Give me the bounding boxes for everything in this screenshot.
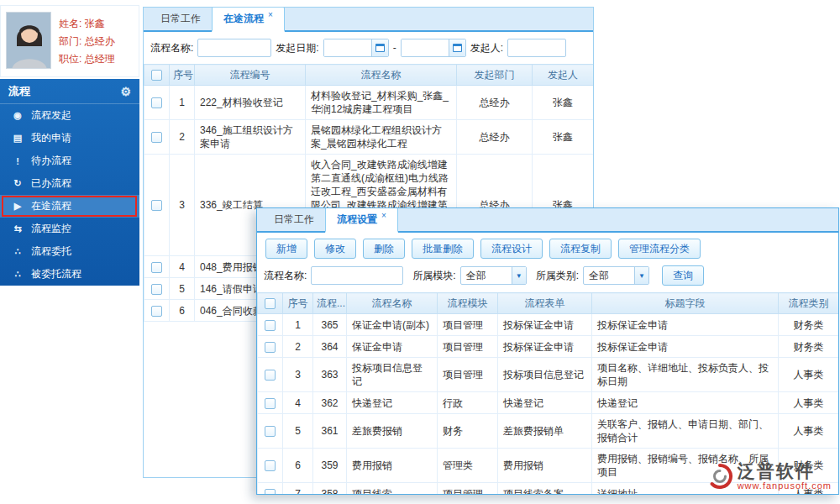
sidebar-item[interactable]: ▶ 在途流程 xyxy=(0,195,139,218)
category-label: 所属类别: xyxy=(536,269,579,283)
tab-daily-work[interactable]: 日常工作 xyxy=(150,8,212,30)
initiator-label: 发起人: xyxy=(470,41,503,55)
alert-icon: ! xyxy=(11,156,24,166)
toolbar-button[interactable]: 流程复制 xyxy=(549,239,612,259)
process-name-input[interactable] xyxy=(311,266,403,285)
avatar-photo-icon xyxy=(7,13,51,69)
select-all-checkbox[interactable] xyxy=(151,70,162,81)
sidebar-item[interactable]: ◉ 流程发起 xyxy=(0,104,139,127)
cell-module: 财务 xyxy=(438,414,498,449)
row-checkbox[interactable] xyxy=(151,262,162,273)
close-tab-icon[interactable]: × xyxy=(381,211,386,220)
tab-bar: 日常工作 流程设置× xyxy=(257,208,838,233)
row-checkbox[interactable] xyxy=(151,97,162,108)
cell-category: 人事类 xyxy=(779,392,839,414)
column-header-process-name: 流程名称 xyxy=(306,65,457,86)
toolbar-button[interactable]: 新增 xyxy=(265,239,307,259)
calendar-icon[interactable] xyxy=(449,39,465,56)
table-row[interactable]: 4 362 快递登记 行政 快递登记 快递登记 人事类 xyxy=(258,392,839,414)
toolbar-button[interactable]: 修改 xyxy=(314,239,356,259)
watermark-url: www.fanpusoft.com xyxy=(738,480,832,491)
row-checkbox[interactable] xyxy=(265,398,276,409)
search-button[interactable]: 查询 xyxy=(662,265,704,286)
start-date-label: 发起日期: xyxy=(276,41,318,55)
vendor-watermark: 泛普软件 www.fanpusoft.com xyxy=(706,462,832,491)
cell-category: 财务类 xyxy=(779,336,839,358)
date-from-input[interactable] xyxy=(324,39,371,56)
document-icon: ▤ xyxy=(11,133,24,144)
cell-form: 投标保证金申请 xyxy=(498,336,592,358)
row-checkbox[interactable] xyxy=(265,320,276,331)
process-name-input[interactable] xyxy=(197,39,271,57)
sidebar-item[interactable]: ! 待办流程 xyxy=(0,150,139,172)
row-checkbox[interactable] xyxy=(265,426,276,437)
cell-no: 1 xyxy=(283,314,313,336)
date-to-field xyxy=(401,39,466,57)
table-row[interactable]: 1 222_材料验收登记 材料验收登记_材料采购_张鑫_华润12城房建工程项目 … xyxy=(144,86,594,120)
table-row[interactable]: 1 365 保证金申请(副本) 项目管理 投标保证金申请 投标保证金申请 财务类 xyxy=(258,314,839,336)
cell-no: 7 xyxy=(283,483,313,496)
cell-form: 费用报销 xyxy=(498,449,592,483)
row-checkbox[interactable] xyxy=(151,200,162,211)
table-row[interactable]: 2 346_施工组织设计方案申请 晨铭园林绿化工程组织设计方案_晨铭园林绿化工程… xyxy=(144,120,594,155)
sidebar-item[interactable]: ▤ 我的申请 xyxy=(0,127,139,150)
column-header-department: 发起部门 xyxy=(457,65,533,86)
sidebar-header: 流程 ⚙ xyxy=(0,79,139,104)
sidebar-item[interactable]: ↻ 已办流程 xyxy=(0,172,139,195)
toolbar: 新增 修改 删除 批量删除 流程设计 流程复制 管理流程分类 xyxy=(257,233,838,264)
sidebar-item-label: 我的申请 xyxy=(31,131,71,145)
gear-icon[interactable]: ⚙ xyxy=(120,85,131,98)
cell-form: 投标项目信息登记 xyxy=(498,358,592,392)
sidebar-item[interactable]: ∴ 被委托流程 xyxy=(0,263,139,286)
table-row[interactable]: 5 361 差旅费报销 财务 差旅费报销单 关联客户、报销人、申请日期、部门、报… xyxy=(258,414,839,449)
chevron-down-icon: ▼ xyxy=(512,267,526,284)
column-header-title-field: 标题字段 xyxy=(592,293,779,314)
date-to-input[interactable] xyxy=(402,39,449,56)
tab-daily-work[interactable]: 日常工作 xyxy=(263,208,325,231)
date-separator: - xyxy=(393,42,396,54)
sidebar-item-label: 被委托流程 xyxy=(31,267,81,281)
cell-initiator: 张鑫 xyxy=(533,86,594,120)
row-checkbox[interactable] xyxy=(151,132,162,143)
row-checkbox[interactable] xyxy=(151,306,162,317)
column-header-no: 序号 xyxy=(283,293,313,314)
initiator-input[interactable] xyxy=(507,39,566,57)
table-row[interactable]: 3 363 投标项目信息登记 项目管理 投标项目信息登记 项目名称、详细地址、投… xyxy=(258,358,839,392)
table-row[interactable]: 2 364 保证金申请 项目管理 投标保证金申请 投标保证金申请 财务类 xyxy=(258,336,839,358)
row-checkbox[interactable] xyxy=(265,370,276,381)
tab-process-settings[interactable]: 流程设置× xyxy=(325,207,398,233)
avatar xyxy=(6,12,51,69)
sidebar-item[interactable]: ∴ 流程委托 xyxy=(0,240,139,263)
column-header-no: 序号 xyxy=(170,65,195,86)
row-checkbox[interactable] xyxy=(265,342,276,353)
row-checkbox[interactable] xyxy=(265,460,276,471)
close-tab-icon[interactable]: × xyxy=(268,10,273,19)
cell-process-code: 365 xyxy=(313,314,347,336)
row-checkbox[interactable] xyxy=(151,284,162,295)
profile-department: 部门: 总经办 xyxy=(59,33,115,50)
toolbar-button[interactable]: 管理流程分类 xyxy=(618,239,701,259)
row-checkbox[interactable] xyxy=(265,489,276,495)
cell-title-field: 关联客户、报销人、申请日期、部门、报销合计 xyxy=(592,414,779,449)
user-profile-card: 姓名: 张鑫 部门: 总经办 职位: 总经理 xyxy=(0,5,139,77)
toolbar-button[interactable]: 批量删除 xyxy=(412,239,474,259)
module-select[interactable]: 全部 ▼ xyxy=(460,266,527,285)
sidebar-item[interactable]: ⇆ 流程监控 xyxy=(0,218,139,240)
sidebar-title: 流程 xyxy=(8,84,30,99)
category-select[interactable]: 全部 ▼ xyxy=(583,266,649,285)
cell-module: 行政 xyxy=(438,392,498,414)
module-select-value: 全部 xyxy=(461,269,512,283)
tab-in-transit[interactable]: 在途流程× xyxy=(212,7,285,32)
toolbar-button[interactable]: 流程设计 xyxy=(480,239,543,259)
cell-process-name: 保证金申请(副本) xyxy=(347,314,438,336)
calendar-icon[interactable] xyxy=(371,39,388,56)
arrow-circle-icon: ▶ xyxy=(11,201,24,212)
cell-process-name: 晨铭园林绿化工程组织设计方案_晨铭园林绿化工程 xyxy=(306,120,457,155)
cell-category: 人事类 xyxy=(779,414,839,449)
cell-no: 5 xyxy=(283,414,313,449)
select-all-checkbox[interactable] xyxy=(265,298,276,309)
broadcast-icon: ◉ xyxy=(11,110,24,121)
cell-no: 6 xyxy=(170,300,195,322)
toolbar-button[interactable]: 删除 xyxy=(363,239,405,259)
cell-no: 3 xyxy=(170,155,195,256)
